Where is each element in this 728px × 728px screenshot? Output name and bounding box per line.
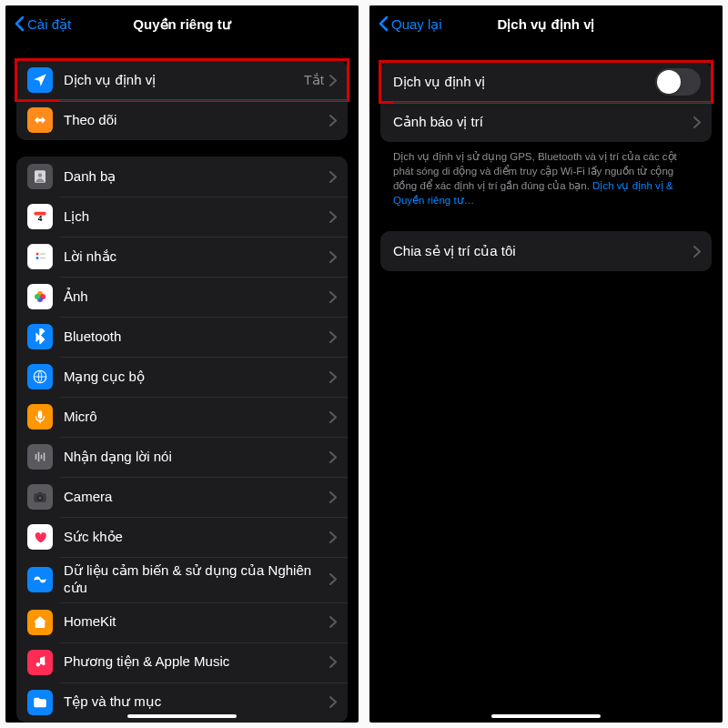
page-title: Quyền riêng tư <box>133 16 230 33</box>
navbar: Cài đặt Quyền riêng tư <box>5 5 359 44</box>
row-value: Tắt <box>304 72 324 88</box>
svg-rect-9 <box>40 258 46 259</box>
toggle-knob <box>657 70 681 94</box>
speech-icon <box>27 444 53 470</box>
calendar-icon: 4 <box>27 204 53 229</box>
svg-rect-15 <box>38 410 43 419</box>
svg-point-24 <box>42 662 46 665</box>
chevron-right-icon <box>329 291 337 303</box>
row-label: Danh bạ <box>64 168 329 186</box>
chevron-right-icon <box>329 211 337 223</box>
row-label: Mạng cục bộ <box>64 369 329 386</box>
location-arrow-icon <box>27 67 53 93</box>
svg-point-1 <box>38 173 43 177</box>
svg-point-6 <box>36 253 39 256</box>
svg-point-22 <box>38 496 42 500</box>
chevron-left-icon <box>379 15 389 35</box>
right-screen: Quay lại Dịch vụ định vị Dịch vụ định vị… <box>369 5 723 723</box>
group-location-tracking: Dịch vụ định vị Tắt Theo dõi <box>16 60 348 140</box>
toggle-switch[interactable] <box>655 68 701 96</box>
row-homekit[interactable]: HomeKit <box>16 602 348 642</box>
chevron-right-icon <box>329 115 337 126</box>
footer-text: Dịch vụ định vị sử dụng GPS, Bluetooth v… <box>380 142 712 207</box>
svg-rect-18 <box>41 455 43 460</box>
reminders-icon <box>27 244 53 269</box>
research-icon <box>27 567 53 592</box>
chevron-right-icon <box>329 75 337 86</box>
row-calendar[interactable]: 4Lịch <box>16 197 348 237</box>
row-share-my-location[interactable]: Chia sẻ vị trí của tôi <box>380 231 712 271</box>
row-tracking[interactable]: Theo dõi <box>16 100 348 140</box>
row-location-services-toggle[interactable]: Dịch vụ định vị <box>380 62 712 102</box>
chevron-right-icon <box>329 696 337 708</box>
files-icon <box>27 690 53 715</box>
chevron-right-icon <box>329 251 337 263</box>
row-label: Theo dõi <box>64 112 329 129</box>
row-localnet[interactable]: Mạng cục bộ <box>16 357 348 397</box>
group-location-toggle: Dịch vụ định vị Cảnh báo vị trí <box>380 62 712 142</box>
chevron-right-icon <box>329 371 337 383</box>
row-mic[interactable]: Micrô <box>16 397 348 437</box>
row-label: Sức khỏe <box>64 529 329 546</box>
camera-icon <box>27 484 53 510</box>
svg-point-7 <box>36 257 39 259</box>
svg-rect-17 <box>38 452 40 462</box>
row-reminders[interactable]: Lời nhắc <box>16 237 348 277</box>
row-location-alerts[interactable]: Cảnh báo vị trí <box>380 102 712 142</box>
back-label: Quay lại <box>391 16 442 33</box>
homekit-icon <box>27 610 53 635</box>
svg-point-13 <box>35 294 40 299</box>
page-title: Dịch vụ định vị <box>497 16 594 33</box>
svg-rect-8 <box>40 253 46 255</box>
row-speech[interactable]: Nhận dạng lời nói <box>16 437 348 477</box>
chevron-right-icon <box>329 573 337 585</box>
row-health[interactable]: Sức khỏe <box>16 517 348 557</box>
mic-icon <box>27 404 53 430</box>
row-label: HomeKit <box>64 613 329 631</box>
row-label: Bluetooth <box>64 329 329 346</box>
svg-rect-23 <box>38 492 43 494</box>
row-bluetooth[interactable]: Bluetooth <box>16 317 348 357</box>
chevron-right-icon <box>329 491 337 503</box>
left-screen: Cài đặt Quyền riêng tư Dịch vụ định vị T… <box>5 5 359 723</box>
row-location-services[interactable]: Dịch vụ định vị Tắt <box>16 60 348 100</box>
row-label: Ảnh <box>64 288 329 306</box>
chevron-right-icon <box>329 411 337 423</box>
back-label: Cài đặt <box>27 16 71 33</box>
chevron-right-icon <box>329 531 337 543</box>
row-media[interactable]: Phương tiện & Apple Music <box>16 642 348 682</box>
chevron-right-icon <box>693 246 701 258</box>
row-research[interactable]: Dữ liệu cảm biến & sử dụng của Nghiên cứ… <box>16 557 348 602</box>
svg-rect-5 <box>34 250 46 263</box>
svg-rect-16 <box>35 454 37 460</box>
photos-icon <box>27 284 53 309</box>
row-label: Cảnh báo vị trí <box>393 114 693 131</box>
row-label: Lời nhắc <box>64 248 329 266</box>
row-label: Camera <box>64 489 329 506</box>
row-camera[interactable]: Camera <box>16 477 348 517</box>
group-share-location: Chia sẻ vị trí của tôi <box>380 231 712 271</box>
row-contacts[interactable]: Danh bạ <box>16 157 348 197</box>
chevron-right-icon <box>329 171 337 183</box>
row-label: Lịch <box>64 208 329 226</box>
back-button[interactable]: Quay lại <box>379 15 442 35</box>
row-label: Nhận dạng lời nói <box>64 449 329 466</box>
chevron-right-icon <box>329 656 337 668</box>
health-icon <box>27 524 53 550</box>
row-label: Dịch vụ định vị <box>393 74 655 91</box>
row-label: Chia sẻ vị trí của tôi <box>393 243 693 260</box>
chevron-left-icon <box>15 15 25 35</box>
chevron-right-icon <box>329 331 337 343</box>
back-button[interactable]: Cài đặt <box>15 15 71 35</box>
tracking-icon <box>27 107 53 133</box>
chevron-right-icon <box>329 451 337 463</box>
row-label: Tệp và thư mục <box>64 693 329 711</box>
svg-text:4: 4 <box>38 215 43 223</box>
home-indicator <box>127 714 237 718</box>
navbar: Quay lại Dịch vụ định vị <box>369 5 723 44</box>
row-label: Micrô <box>64 409 329 426</box>
svg-rect-19 <box>44 453 46 461</box>
row-photos[interactable]: Ảnh <box>16 277 348 317</box>
contacts-icon <box>27 164 53 189</box>
row-label: Phương tiện & Apple Music <box>64 653 329 671</box>
